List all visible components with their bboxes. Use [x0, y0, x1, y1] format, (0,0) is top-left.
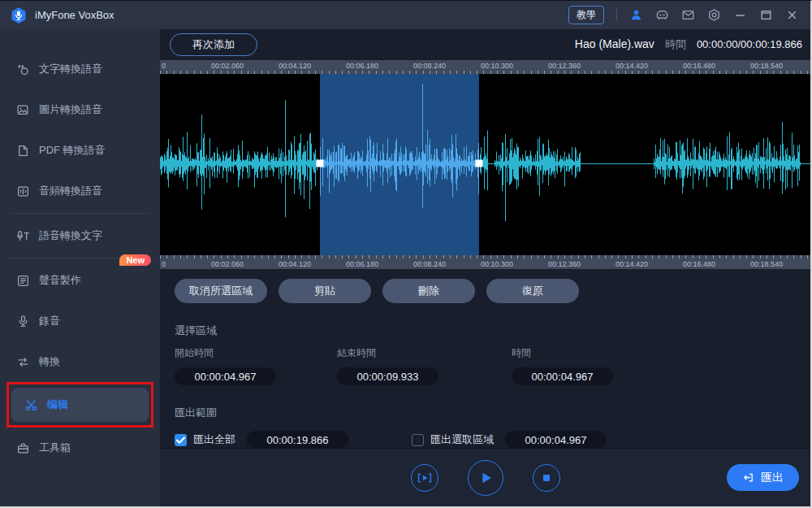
waveform-canvas[interactable]: [160, 74, 812, 255]
ruler-tick: [611, 255, 612, 258]
ruler-tick: [389, 255, 390, 258]
action-button-3[interactable]: 刪除: [382, 279, 475, 303]
ruler-label: 00:14.420: [615, 260, 648, 268]
play-button[interactable]: [468, 460, 503, 496]
ruler-label: 00:18.540: [750, 260, 783, 268]
edit-scissors-icon: [24, 398, 38, 412]
sidebar-item-1[interactable]: 文字轉換語音: [0, 49, 160, 89]
ruler-tick: [659, 255, 659, 258]
play-selection-button[interactable]: [411, 464, 438, 492]
selection-fields: 開始時間00:00:04.967結束時間00:00:09.933時間00:00:…: [175, 346, 810, 385]
checkbox-checked[interactable]: [175, 434, 187, 446]
pdf-to-speech-icon: [16, 144, 30, 158]
ruler-tick: [207, 255, 208, 258]
waveform-area: [160, 74, 810, 255]
ruler-tick: [329, 255, 330, 258]
play-icon: [476, 468, 495, 488]
ruler-tick: [713, 255, 714, 258]
maximize-icon[interactable]: [759, 8, 773, 22]
ruler-label: 00:16.480: [683, 260, 715, 268]
ruler-label: 00:06.180: [346, 62, 378, 70]
ruler-tick: [558, 255, 559, 258]
ruler-label: 00:02.060: [211, 260, 244, 268]
checkbox-unchecked[interactable]: [412, 434, 424, 446]
timeline-ruler-top: 000:02.06000:04.12000:06.18000:08.24000:…: [160, 60, 810, 74]
export-button-label: 匯出: [761, 471, 784, 485]
action-button-1[interactable]: 取消所選區域: [175, 279, 267, 303]
time-field-label: 結束時間: [337, 346, 512, 360]
close-icon[interactable]: [785, 8, 799, 22]
settings-icon[interactable]: [707, 8, 721, 22]
ruler-tick: [409, 255, 410, 258]
ruler-tick: [773, 255, 774, 258]
timeline-ruler-bottom: 000:02.06000:04.12000:06.18000:08.24000:…: [160, 255, 810, 269]
sidebar-item-7[interactable]: 錄音: [0, 301, 160, 341]
record-icon: [16, 315, 30, 328]
tutorial-button[interactable]: 教學: [568, 6, 604, 24]
stop-button[interactable]: [533, 464, 560, 492]
export-option-2: 匯出選取區域00:00:04.967: [412, 431, 607, 449]
ruler-tick: [295, 255, 296, 258]
ruler-tick: [443, 255, 444, 258]
action-button-4[interactable]: 復原: [486, 279, 579, 303]
sidebar-item-8[interactable]: 轉換: [0, 341, 160, 382]
ruler-tick: [740, 255, 741, 258]
ruler-label: 00:08.240: [413, 62, 446, 70]
playback-bar: 匯出: [160, 448, 810, 506]
ruler-tick: [679, 255, 680, 258]
sidebar-item-label: 轉換: [39, 354, 60, 369]
discord-icon[interactable]: [655, 8, 669, 22]
ruler-tick: [450, 255, 451, 258]
action-button-2[interactable]: 剪貼: [279, 279, 371, 303]
ruler-tick: [638, 255, 639, 258]
red-annotation-box: 编辑: [6, 382, 153, 428]
edit-actions: 取消所選區域剪貼刪除復原: [175, 279, 810, 303]
titlebar: iMyFone VoxBox 教學: [0, 1, 810, 29]
sidebar-item-label: PDF 轉換語音: [39, 143, 106, 158]
ruler-tick: [281, 255, 282, 258]
app-title: iMyFone VoxBox: [35, 9, 114, 21]
mail-icon[interactable]: [681, 8, 695, 22]
ruler-tick: [632, 255, 633, 258]
ruler-tick: [490, 255, 491, 258]
sidebar-item-5[interactable]: 語音轉換文字: [0, 215, 160, 256]
export-duration-value: 00:00:04.967: [505, 431, 607, 449]
checkbox-label[interactable]: 匯出全部: [193, 432, 235, 447]
ruler-tick: [753, 255, 754, 258]
ruler-tick: [356, 255, 356, 258]
ruler-tick: [194, 255, 195, 258]
ruler-tick: [221, 255, 222, 258]
ruler-tick: [214, 255, 214, 258]
time-value: 00:00:00/00:00:19.866: [697, 38, 802, 50]
transport-controls: [411, 460, 560, 496]
sidebar-item-4[interactable]: 音頻轉換語音: [0, 171, 160, 211]
checkbox-label[interactable]: 匯出選取區域: [430, 432, 494, 447]
ruler-label: 00:12.360: [548, 62, 581, 70]
editor-toolbar: 再次添加 Hao (Male).wav 時間 00:00:00/00:00:19…: [160, 29, 810, 60]
sidebar-item-6[interactable]: 聲音製作New: [0, 260, 160, 301]
export-options: 匯出全部00:00:19.866匯出選取區域00:00:04.967: [175, 431, 810, 449]
ruler-label: 00:10.300: [481, 62, 513, 70]
stop-icon: [538, 470, 555, 486]
ruler-tick: [503, 255, 504, 258]
sidebar-item-2[interactable]: 圖片轉換語音: [0, 89, 160, 130]
ruler-tick: [241, 255, 242, 258]
sidebar-item-10[interactable]: 工具箱: [0, 428, 160, 468]
time-field-value: 00:00:09.933: [337, 367, 438, 385]
sidebar-item-3[interactable]: PDF 轉換語音: [0, 130, 160, 171]
minimize-icon[interactable]: [733, 8, 747, 22]
ruler-tick: [248, 255, 248, 258]
add-again-button[interactable]: 再次添加: [170, 33, 257, 56]
ruler-label: 00:04.120: [279, 260, 311, 268]
ruler-tick: [538, 255, 538, 258]
user-icon[interactable]: [629, 8, 643, 22]
ruler-label: 00:08.240: [413, 260, 446, 268]
ruler-tick: [423, 255, 424, 258]
ruler-tick: [585, 255, 585, 258]
ruler-tick: [268, 255, 269, 258]
export-button[interactable]: 匯出: [727, 464, 799, 491]
ruler-tick: [470, 255, 471, 258]
ruler-tick: [767, 255, 767, 258]
sidebar-item-9[interactable]: 编辑: [11, 388, 149, 422]
ruler-label: 00:14.420: [615, 62, 648, 70]
